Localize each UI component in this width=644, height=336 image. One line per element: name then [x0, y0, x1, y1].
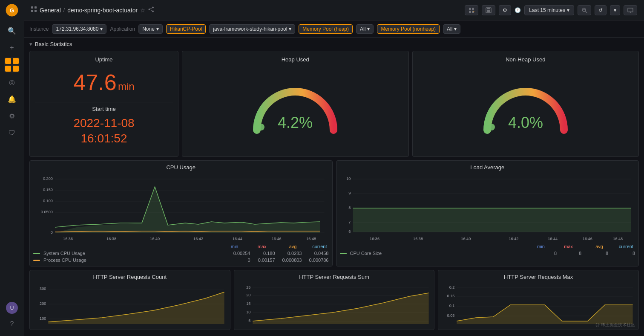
svg-text:20: 20 — [246, 293, 250, 297]
load-chart-panel: Load Average 10 9 8 7 6 — [336, 160, 639, 266]
settings-button[interactable]: ⚙ — [499, 5, 511, 15]
share-icon[interactable] — [148, 6, 154, 14]
svg-text:0.100: 0.100 — [43, 199, 53, 203]
hikaricp-label: HikariCP-Pool — [166, 24, 206, 34]
non-heap-gauge: 4.0% — [418, 66, 634, 151]
non-heap-gauge-panel: Non-Heap Used 4.0% — [412, 51, 639, 157]
header-actions: + ⚙ 🕐 Last 15 minutes ▾ ↺ ▾ — [465, 5, 637, 15]
svg-text:16:42: 16:42 — [193, 237, 203, 241]
max-header: max — [245, 244, 267, 249]
hikaricp-filter[interactable]: java-framework-study-hikari-pool ▾ — [209, 24, 295, 34]
grafana-logo[interactable]: G — [5, 3, 19, 17]
svg-text:100: 100 — [40, 316, 46, 321]
process-cpu-avg: 0.000803 — [279, 258, 302, 263]
time-range-picker[interactable]: Last 15 minutes ▾ — [524, 5, 574, 15]
cpu-chart-area: 0.200 0.150 0.100 0.0500 0 — [33, 174, 329, 242]
svg-text:0.05: 0.05 — [447, 313, 455, 318]
svg-point-12 — [152, 11, 154, 12]
dashboard-title: demo-spring-boot-actuator — [67, 7, 138, 14]
sidebar-explore[interactable]: ◎ — [4, 74, 20, 90]
svg-text:16:44: 16:44 — [233, 237, 242, 241]
sidebar-search[interactable]: 🔍 — [4, 23, 20, 38]
svg-text:7: 7 — [348, 220, 351, 224]
svg-text:10: 10 — [346, 177, 351, 181]
load-chart-title: Load Average — [340, 164, 635, 171]
non-heap-label: Non-Heap Used — [418, 56, 634, 63]
http-count-panel: HTTP Server Requests Count 300 200 100 — [29, 270, 230, 330]
cpu-chart-panel: CPU Usage 0.200 0.150 0.100 0.0500 0 — [29, 160, 333, 266]
favorite-icon[interactable]: ☆ — [140, 7, 146, 14]
svg-line-24 — [585, 11, 587, 13]
watermark: @ 稀土掘金技术社区 — [595, 322, 635, 328]
process-cpu-min: 0 — [229, 258, 250, 263]
cpu-core-avg: 8 — [585, 251, 608, 256]
tv-mode-button[interactable] — [624, 5, 637, 15]
svg-text:8: 8 — [348, 206, 351, 210]
svg-marker-43 — [55, 187, 320, 233]
sidebar-alerting[interactable]: 🔔 — [4, 91, 20, 107]
sidebar-dashboards[interactable] — [4, 57, 20, 72]
avg-header: avg — [273, 244, 297, 249]
svg-rect-3 — [13, 58, 19, 64]
parent-nav[interactable]: General — [40, 7, 61, 14]
heap-filter[interactable]: All ▾ — [356, 24, 374, 34]
svg-text:0.200: 0.200 — [43, 177, 53, 181]
zoom-out-button[interactable] — [578, 5, 591, 15]
load-legend-row: CPU Core Size 8 8 8 8 — [340, 251, 635, 256]
chevron-down-icon: ▾ — [100, 26, 103, 32]
process-cpu-max: 0.00157 — [254, 258, 275, 263]
chevron-down-icon: ▾ — [567, 7, 569, 13]
svg-text:16:40: 16:40 — [150, 237, 160, 241]
svg-text:6: 6 — [348, 229, 351, 234]
current-header: current — [304, 244, 327, 249]
instance-filter[interactable]: 172.31.96.34:8080 ▾ — [52, 24, 106, 34]
user-avatar[interactable]: U — [6, 302, 18, 314]
grid-icon — [31, 6, 37, 14]
save-button[interactable] — [482, 5, 495, 15]
svg-rect-22 — [487, 10, 490, 12]
application-filter[interactable]: None ▾ — [138, 24, 163, 34]
dashboard-content: ▾ Basic Statistics Uptime 47.6 min Start… — [24, 38, 644, 336]
breadcrumb-separator: / — [63, 7, 65, 13]
sidebar-help[interactable]: ? — [4, 316, 20, 332]
svg-point-31 — [488, 124, 495, 130]
svg-rect-26 — [628, 8, 633, 12]
refresh-dropdown[interactable]: ▾ — [610, 5, 620, 15]
svg-text:16:48: 16:48 — [306, 237, 316, 241]
http-sum-title: HTTP Server Requests Sum — [238, 274, 431, 280]
uptime-value: 47.6 — [73, 70, 116, 95]
svg-point-29 — [258, 124, 264, 130]
min-header: min — [217, 244, 239, 249]
svg-rect-8 — [31, 10, 33, 12]
svg-line-14 — [150, 10, 152, 11]
legend-row-0: System CPU Usage 0.00254 0.180 0.0283 0.… — [33, 251, 329, 256]
start-time-label: Start time — [35, 106, 173, 112]
sidebar-configuration[interactable]: ⚙ — [4, 108, 20, 124]
process-cpu-label: Process CPU Usage — [43, 258, 226, 263]
heap-label: Memory Pool (heap) — [299, 24, 353, 34]
nonheap-label: Memory Pool (nonheap) — [377, 24, 440, 34]
sidebar-add[interactable]: + — [4, 40, 20, 55]
add-panel-button[interactable]: + — [465, 5, 478, 15]
clock-icon: 🕐 — [515, 7, 521, 13]
svg-rect-6 — [31, 6, 33, 9]
svg-line-13 — [150, 8, 152, 9]
cpu-core-min: 8 — [535, 251, 557, 256]
sidebar-shield[interactable]: 🛡 — [4, 125, 20, 141]
svg-text:0.15: 0.15 — [447, 294, 455, 298]
svg-text:4.0%: 4.0% — [508, 114, 543, 131]
svg-rect-17 — [469, 11, 471, 13]
http-max-title: HTTP Server Requests Max — [442, 274, 635, 280]
svg-rect-7 — [34, 6, 37, 9]
cpu-core-label: CPU Core Size — [350, 251, 532, 256]
section-collapse-icon[interactable]: ▾ — [29, 41, 32, 47]
svg-rect-2 — [5, 58, 11, 64]
chevron-down-icon: ▾ — [156, 26, 159, 32]
refresh-button[interactable]: ↺ — [595, 5, 607, 15]
header: General / demo-spring-boot-actuator ☆ + … — [24, 0, 644, 20]
nonheap-filter[interactable]: All ▾ — [443, 24, 460, 34]
uptime-label: Uptime — [35, 56, 173, 63]
load-max-header: max — [552, 244, 573, 249]
filter-bar: Instance 172.31.96.34:8080 ▾ Application… — [24, 20, 644, 38]
chevron-down-icon: ▾ — [289, 26, 291, 32]
